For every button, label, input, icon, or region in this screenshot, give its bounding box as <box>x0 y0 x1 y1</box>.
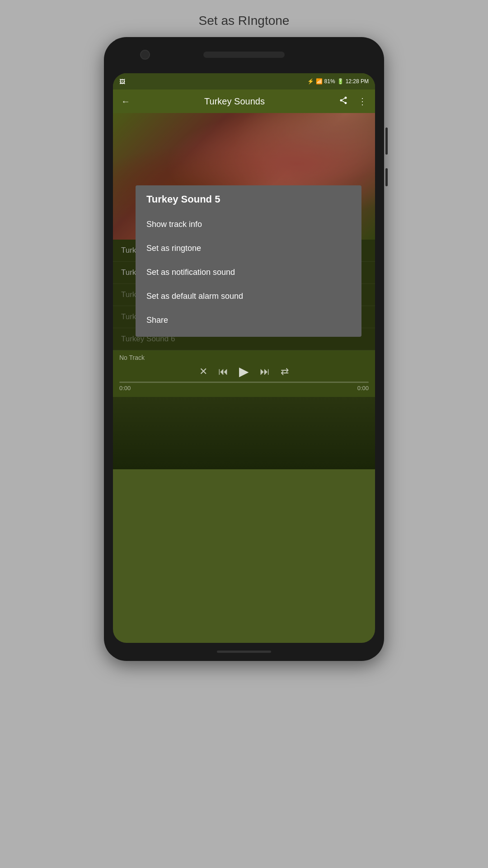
next-button[interactable]: ⏭ <box>260 366 270 377</box>
time-end: 0:00 <box>357 385 369 392</box>
progress-bar[interactable] <box>119 382 369 383</box>
phone-home-bar <box>217 651 271 653</box>
context-menu-share[interactable]: Share <box>136 308 361 332</box>
context-menu-set-alarm[interactable]: Set as default alarm sound <box>136 284 361 308</box>
context-menu-set-notification[interactable]: Set as notification sound <box>136 260 361 284</box>
battery-icon: 🔋 <box>337 78 344 85</box>
player-controls: ✕ ⏮ ▶ ⏭ ⇄ <box>119 364 369 379</box>
bluetooth-icon: ⚡ <box>307 78 314 85</box>
shuffle-button[interactable]: ✕ <box>199 366 207 377</box>
time-start: 0:00 <box>119 385 131 392</box>
status-left: 🖼 <box>119 78 125 85</box>
phone-speaker <box>203 52 285 58</box>
context-menu-set-ringtone[interactable]: Set as ringtone <box>136 236 361 260</box>
player-bar: No Track ✕ ⏮ ▶ ⏭ ⇄ 0:00 0:00 <box>113 350 375 397</box>
phone-side-button2 <box>385 168 388 186</box>
content-area: Turkey Sound 1 Turkey Sound 2 Turkey Sou… <box>113 113 375 350</box>
bottom-image-area <box>113 397 375 469</box>
phone-frame: 🖼 ⚡ 📶 81% 🔋 12:28 PM ← Turkey Sounds ⋮ <box>104 37 384 661</box>
image-icon: 🖼 <box>119 78 125 85</box>
context-menu: Turkey Sound 5 Show track info Set as ri… <box>136 185 361 337</box>
no-track-label: No Track <box>119 354 369 361</box>
share-button[interactable] <box>336 96 351 107</box>
page-title: Set as RIngtone <box>199 14 290 28</box>
context-menu-show-track-info[interactable]: Show track info <box>136 212 361 236</box>
more-menu-button[interactable]: ⋮ <box>355 96 370 107</box>
time-row: 0:00 0:00 <box>119 385 369 392</box>
status-right: ⚡ 📶 81% 🔋 12:28 PM <box>307 78 369 85</box>
signal-icon: 📶 <box>316 78 323 85</box>
context-menu-title: Turkey Sound 5 <box>136 193 361 212</box>
status-bar: 🖼 ⚡ 📶 81% 🔋 12:28 PM <box>113 73 375 90</box>
battery-percent: 81% <box>324 78 335 85</box>
prev-button[interactable]: ⏮ <box>218 366 228 377</box>
phone-screen: 🖼 ⚡ 📶 81% 🔋 12:28 PM ← Turkey Sounds ⋮ <box>113 73 375 643</box>
phone-side-button <box>385 127 388 155</box>
back-button[interactable]: ← <box>118 96 133 107</box>
clock: 12:28 PM <box>346 78 369 85</box>
phone-camera <box>140 50 150 60</box>
play-button[interactable]: ▶ <box>239 364 249 379</box>
repeat-button[interactable]: ⇄ <box>281 366 289 377</box>
app-bar-title: Turkey Sounds <box>137 96 332 107</box>
app-bar: ← Turkey Sounds ⋮ <box>113 90 375 113</box>
